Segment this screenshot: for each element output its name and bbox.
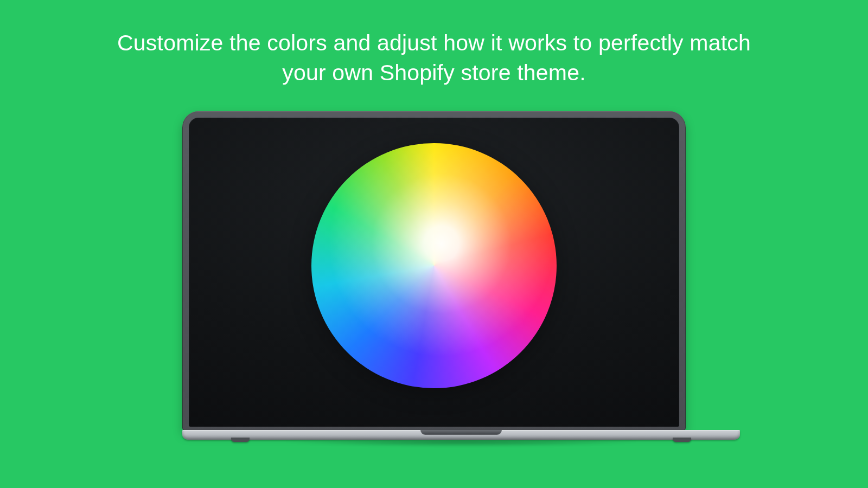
color-wheel-icon — [311, 143, 557, 388]
hero-headline: Customize the colors and adjust how it w… — [92, 28, 776, 88]
laptop-hinge-notch — [420, 430, 502, 435]
laptop-screen — [189, 118, 679, 427]
laptop-lid — [182, 111, 686, 431]
color-wheel-highlight — [311, 143, 557, 388]
laptop-base — [182, 430, 740, 446]
laptop-shadow — [204, 441, 718, 450]
laptop-illustration — [182, 111, 686, 446]
